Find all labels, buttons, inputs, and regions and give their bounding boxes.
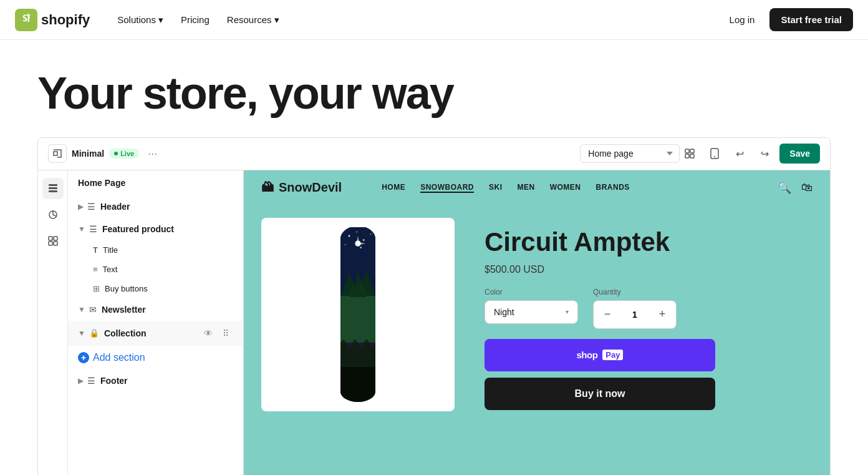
sidebar-section-featured[interactable]: ▼ ☰ Featured product xyxy=(68,218,243,240)
collection-drag-handle[interactable]: ⠿ xyxy=(218,326,233,341)
add-section-label: Add section xyxy=(93,352,145,363)
svg-rect-12 xyxy=(49,237,52,240)
svg-point-26 xyxy=(370,233,372,235)
store-nav: 🏔 SnowDevil HOME SNOWBOARD SKI MEN WOMEN… xyxy=(244,170,830,205)
sidebar-item-text[interactable]: ≡ Text xyxy=(68,260,243,279)
cart-icon[interactable]: 🛍 xyxy=(801,181,813,195)
search-icon[interactable]: 🔍 xyxy=(778,181,791,195)
text-icon: ≡ xyxy=(93,265,98,274)
sidebar-apps-icon[interactable] xyxy=(42,230,64,252)
svg-rect-4 xyxy=(685,154,689,158)
svg-point-7 xyxy=(714,156,715,157)
live-badge: Live xyxy=(109,149,139,159)
store-nav-men[interactable]: MEN xyxy=(517,183,534,193)
snowboard-illustration xyxy=(314,227,402,402)
expand-icon: ▼ xyxy=(78,305,85,314)
toolbar-right: ↩ ↪ Save xyxy=(680,144,820,164)
quantity-increment[interactable]: + xyxy=(649,301,676,328)
theme-name: Minimal xyxy=(72,149,104,159)
buy-now-button[interactable]: Buy it now xyxy=(485,378,715,410)
svg-rect-3 xyxy=(690,149,694,153)
quantity-label: Quantity xyxy=(593,288,677,296)
add-section-button[interactable]: + Add section xyxy=(68,346,243,370)
color-label: Color xyxy=(485,288,578,296)
back-button[interactable] xyxy=(48,144,67,163)
sidebar-main: Home Page ▶ ☰ Header ▼ ☰ Featured produc… xyxy=(68,170,243,475)
store-nav-home[interactable]: HOME xyxy=(382,183,405,193)
svg-rect-10 xyxy=(49,190,57,192)
svg-point-28 xyxy=(360,247,362,248)
svg-rect-31 xyxy=(340,367,375,402)
add-section-plus-icon: + xyxy=(78,352,89,363)
sidebar-item-title[interactable]: T Title xyxy=(68,240,243,260)
sidebar-icon-column xyxy=(38,170,68,475)
expand-icon: ▶ xyxy=(78,202,84,211)
nav-pricing[interactable]: Pricing xyxy=(173,9,217,30)
expand-icon: ▶ xyxy=(78,376,84,385)
quantity-value: 1 xyxy=(621,310,649,320)
collection-visibility-button[interactable]: 👁 xyxy=(201,326,216,341)
logo-text: shopify xyxy=(41,12,90,28)
sidebar-section-header[interactable]: ▶ ☰ Header xyxy=(68,195,243,218)
sidebar-section-collection[interactable]: ▼ 🔒 Collection 👁 ⠿ xyxy=(68,321,243,346)
store-logo-text: SnowDevil xyxy=(279,180,342,195)
store-nav-women[interactable]: WOMEN xyxy=(550,183,581,193)
color-chevron-icon: ▾ xyxy=(566,308,569,315)
shopify-logo-icon xyxy=(15,9,37,31)
svg-point-23 xyxy=(349,235,350,237)
svg-rect-5 xyxy=(690,154,694,158)
nav-resources[interactable]: Resources ▾ xyxy=(219,9,287,31)
redo-button[interactable]: ↪ xyxy=(755,144,774,164)
store-nav-right: 🔍 🛍 xyxy=(778,181,813,195)
product-price: $500.00 USD xyxy=(485,264,813,275)
store-nav-links: HOME SNOWBOARD SKI MEN WOMEN BRANDS xyxy=(382,183,630,193)
sidebar-item-buy-buttons[interactable]: ⊞ Buy buttons xyxy=(68,279,243,298)
quantity-stepper: − 1 + xyxy=(593,300,677,329)
product-section: Circuit Amptek $500.00 USD Color Night ▾… xyxy=(244,205,830,424)
section-newsletter-label: Newsletter xyxy=(102,305,146,315)
color-select[interactable]: Night ▾ xyxy=(485,300,578,324)
expand-icon: ▼ xyxy=(78,225,85,233)
store-logo: 🏔 SnowDevil xyxy=(261,180,342,195)
toolbar-center: Home page About Contact xyxy=(580,144,680,163)
shop-pay-pay: Pay xyxy=(602,350,623,360)
svg-rect-2 xyxy=(685,149,689,153)
sidebar-section-footer[interactable]: ▶ ☰ Footer xyxy=(68,370,243,392)
sidebar-page-label: Home Page xyxy=(68,170,243,195)
expand-icon: ▼ xyxy=(78,329,85,338)
chevron-down-icon: ▾ xyxy=(158,14,163,26)
svg-point-27 xyxy=(345,244,346,245)
save-button[interactable]: Save xyxy=(779,144,820,164)
product-info: Circuit Amptek $500.00 USD Color Night ▾… xyxy=(485,218,813,410)
section-footer-label: Footer xyxy=(100,376,128,386)
title-icon: T xyxy=(93,245,98,255)
toolbar-left: Minimal Live ··· xyxy=(48,144,580,163)
collection-row-actions: 👁 ⠿ xyxy=(201,326,233,341)
store-nav-brands[interactable]: BRANDS xyxy=(596,183,629,193)
logo-link[interactable]: shopify xyxy=(15,9,90,31)
page-select[interactable]: Home page About Contact xyxy=(580,144,680,163)
product-image xyxy=(261,218,455,411)
more-options-button[interactable]: ··· xyxy=(144,146,161,162)
store-preview: 🏔 SnowDevil HOME SNOWBOARD SKI MEN WOMEN… xyxy=(244,170,830,475)
svg-point-25 xyxy=(363,239,365,241)
quantity-decrement[interactable]: − xyxy=(594,301,621,328)
buy-buttons-icon: ⊞ xyxy=(93,284,100,293)
theme-editor: Minimal Live ··· Home page About Contact… xyxy=(37,137,831,475)
store-nav-snowboard[interactable]: SNOWBOARD xyxy=(420,183,474,193)
start-trial-button[interactable]: Start free trial xyxy=(769,8,853,31)
sidebar-sections-icon[interactable] xyxy=(42,178,64,199)
nav-solutions[interactable]: Solutions ▾ xyxy=(110,9,171,31)
store-nav-ski[interactable]: SKI xyxy=(489,183,503,193)
undo-button[interactable]: ↩ xyxy=(730,144,750,164)
grid-view-button[interactable] xyxy=(680,144,700,164)
mobile-view-button[interactable] xyxy=(705,144,725,164)
svg-rect-14 xyxy=(49,242,52,245)
shop-pay-button[interactable]: shop Pay xyxy=(485,339,715,371)
editor-body: Home Page ▶ ☰ Header ▼ ☰ Featured produc… xyxy=(38,170,830,475)
product-title: Circuit Amptek xyxy=(485,228,813,257)
login-link[interactable]: Log in xyxy=(722,9,763,30)
sidebar-design-icon[interactable] xyxy=(42,204,64,225)
svg-rect-8 xyxy=(49,184,57,186)
sidebar-section-newsletter[interactable]: ▼ ✉ Newsletter xyxy=(68,298,243,321)
